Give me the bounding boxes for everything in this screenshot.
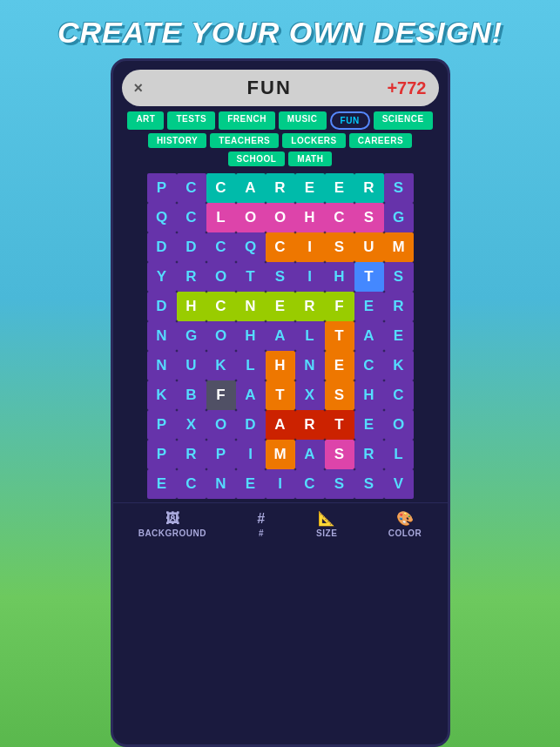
- cell-9-8[interactable]: L: [384, 440, 414, 469]
- cell-5-8[interactable]: E: [384, 321, 414, 351]
- cell-4-6[interactable]: F: [325, 292, 354, 321]
- cell-3-1[interactable]: R: [177, 262, 206, 292]
- cell-7-5[interactable]: X: [295, 380, 325, 410]
- cell-5-4[interactable]: A: [266, 321, 295, 351]
- cell-6-8[interactable]: K: [384, 351, 414, 380]
- cell-6-2[interactable]: K: [206, 351, 236, 380]
- cell-10-3[interactable]: E: [236, 469, 266, 499]
- cell-5-0[interactable]: N: [147, 321, 177, 351]
- cell-4-0[interactable]: D: [147, 292, 177, 321]
- cell-9-6[interactable]: S: [325, 440, 354, 469]
- cell-1-2[interactable]: L: [206, 203, 236, 232]
- cell-8-2[interactable]: O: [206, 410, 236, 440]
- cell-0-5[interactable]: E: [295, 173, 325, 203]
- cell-7-6[interactable]: S: [325, 380, 354, 410]
- cell-0-4[interactable]: R: [266, 173, 295, 203]
- cell-9-2[interactable]: P: [206, 440, 236, 469]
- cell-2-4[interactable]: C: [266, 232, 295, 262]
- cell-4-3[interactable]: N: [236, 292, 266, 321]
- cell-4-4[interactable]: E: [266, 292, 295, 321]
- cell-8-8[interactable]: O: [384, 410, 414, 440]
- cell-3-0[interactable]: Y: [147, 262, 177, 292]
- cell-1-1[interactable]: C: [177, 203, 206, 232]
- cell-5-3[interactable]: H: [236, 321, 266, 351]
- cell-9-3[interactable]: I: [236, 440, 266, 469]
- word-tag-music[interactable]: MUSIC: [279, 111, 327, 130]
- cell-4-1[interactable]: H: [177, 292, 206, 321]
- cell-0-1[interactable]: C: [177, 173, 206, 203]
- cell-7-7[interactable]: H: [354, 380, 384, 410]
- cell-3-3[interactable]: T: [236, 262, 266, 292]
- cell-8-4[interactable]: A: [266, 410, 295, 440]
- word-tag-tests[interactable]: TESTS: [167, 111, 215, 130]
- cell-10-8[interactable]: V: [384, 469, 414, 499]
- cell-8-7[interactable]: E: [354, 410, 384, 440]
- cell-3-7[interactable]: T: [354, 262, 384, 292]
- cell-10-4[interactable]: I: [266, 469, 295, 499]
- toolbar-#[interactable]: ##: [257, 511, 265, 538]
- cell-10-5[interactable]: C: [295, 469, 325, 499]
- cell-2-7[interactable]: U: [354, 232, 384, 262]
- cell-3-2[interactable]: O: [206, 262, 236, 292]
- word-tag-careers[interactable]: CAREERS: [349, 133, 412, 148]
- cell-6-3[interactable]: L: [236, 351, 266, 380]
- toolbar-color[interactable]: 🎨COLOR: [388, 510, 422, 538]
- cell-7-4[interactable]: T: [266, 380, 295, 410]
- cell-9-5[interactable]: A: [295, 440, 325, 469]
- cell-10-1[interactable]: C: [177, 469, 206, 499]
- cell-10-6[interactable]: S: [325, 469, 354, 499]
- cell-7-2[interactable]: F: [206, 380, 236, 410]
- cell-1-0[interactable]: Q: [147, 203, 177, 232]
- cell-4-8[interactable]: R: [384, 292, 414, 321]
- cell-1-5[interactable]: H: [295, 203, 325, 232]
- cell-8-5[interactable]: R: [295, 410, 325, 440]
- cell-0-6[interactable]: E: [325, 173, 354, 203]
- cell-8-3[interactable]: D: [236, 410, 266, 440]
- word-tag-lockers[interactable]: LOCKERS: [282, 133, 345, 148]
- cell-6-1[interactable]: U: [177, 351, 206, 380]
- cell-5-2[interactable]: O: [206, 321, 236, 351]
- word-tag-art[interactable]: ART: [127, 111, 164, 130]
- cell-7-0[interactable]: K: [147, 380, 177, 410]
- cell-0-3[interactable]: A: [236, 173, 266, 203]
- cell-0-8[interactable]: S: [384, 173, 414, 203]
- toolbar-size[interactable]: 📐SIZE: [316, 510, 337, 538]
- cell-5-6[interactable]: T: [325, 321, 354, 351]
- close-button[interactable]: ×: [134, 79, 144, 98]
- cell-0-2[interactable]: C: [206, 173, 236, 203]
- cell-3-6[interactable]: H: [325, 262, 354, 292]
- cell-7-3[interactable]: A: [236, 380, 266, 410]
- cell-9-4[interactable]: M: [266, 440, 295, 469]
- word-tag-science[interactable]: SCIENCE: [374, 111, 433, 130]
- word-tag-fun[interactable]: FUN: [330, 111, 370, 130]
- cell-5-5[interactable]: L: [295, 321, 325, 351]
- cell-4-2[interactable]: C: [206, 292, 236, 321]
- cell-8-1[interactable]: X: [177, 410, 206, 440]
- cell-5-1[interactable]: G: [177, 321, 206, 351]
- cell-5-7[interactable]: A: [354, 321, 384, 351]
- cell-1-8[interactable]: G: [384, 203, 414, 232]
- word-tag-history[interactable]: HISTORY: [148, 133, 206, 148]
- cell-6-6[interactable]: E: [325, 351, 354, 380]
- cell-2-5[interactable]: I: [295, 232, 325, 262]
- cell-2-1[interactable]: D: [177, 232, 206, 262]
- cell-3-5[interactable]: I: [295, 262, 325, 292]
- cell-2-6[interactable]: S: [325, 232, 354, 262]
- cell-2-8[interactable]: M: [384, 232, 414, 262]
- word-tag-french[interactable]: FRENCH: [219, 111, 275, 130]
- cell-1-6[interactable]: C: [325, 203, 354, 232]
- cell-1-7[interactable]: S: [354, 203, 384, 232]
- cell-10-7[interactable]: S: [354, 469, 384, 499]
- cell-10-0[interactable]: E: [147, 469, 177, 499]
- word-tag-school[interactable]: SCHOOL: [228, 151, 286, 166]
- cell-6-7[interactable]: C: [354, 351, 384, 380]
- cell-10-2[interactable]: N: [206, 469, 236, 499]
- word-tag-teachers[interactable]: TEACHERS: [210, 133, 279, 148]
- cell-8-6[interactable]: T: [325, 410, 354, 440]
- toolbar-background[interactable]: 🖼BACKGROUND: [138, 511, 206, 538]
- cell-2-3[interactable]: Q: [236, 232, 266, 262]
- cell-9-1[interactable]: R: [177, 440, 206, 469]
- cell-8-0[interactable]: P: [147, 410, 177, 440]
- cell-3-4[interactable]: S: [266, 262, 295, 292]
- cell-9-7[interactable]: R: [354, 440, 384, 469]
